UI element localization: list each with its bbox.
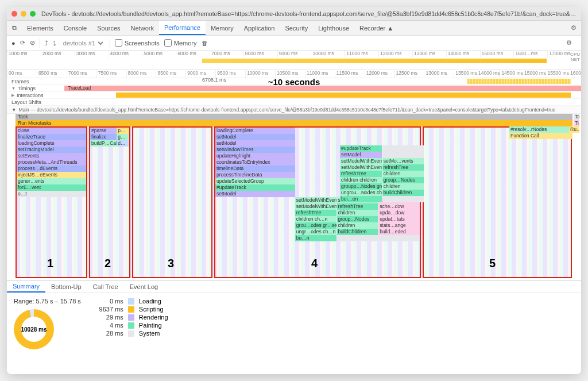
flame-frame[interactable]: group…Nodes [337,216,378,222]
flame-frame[interactable] [382,145,424,152]
flame-run-microtasks[interactable]: Run Microtasks [16,120,572,126]
details-tab-event-log[interactable]: Event Log [124,281,164,293]
tab-recorder-[interactable]: Recorder ▲ [354,21,399,35]
flame-frame[interactable]: processTimelineData [215,172,295,178]
flame-frame[interactable]: sche…dow [378,203,420,210]
flame-task[interactable]: Task [16,114,572,120]
flame-frame[interactable]: buildChildren [382,190,424,196]
flame-frame[interactable]: processMeta…AndThreads [17,159,86,166]
flame-frame[interactable]: loadingComplete [17,140,86,147]
flame-frame[interactable]: updateHighlight [215,153,295,159]
tab-elements[interactable]: Elements [22,21,59,35]
flame-frame[interactable]: group…Nodes [382,177,424,183]
flame-frame[interactable]: setEvents [17,153,86,159]
flame-frame[interactable]: children [337,210,378,216]
flame-frame[interactable]: ungrou…Nodes children [340,190,382,196]
tab-sources[interactable]: Sources [92,21,125,35]
flame-frame[interactable]: coordinatesToEntryIndex [215,159,295,166]
flame-frame[interactable]: forE…vent [17,184,86,191]
flame-frame[interactable]: bui…en [340,196,382,202]
tab-network[interactable]: Network [126,21,159,35]
flame-frame[interactable]: groupp…Nodes gro…es [340,183,382,190]
flame-frame[interactable] [382,152,424,158]
flame-frame[interactable]: refreshTree [295,210,336,216]
flame-frame[interactable] [382,196,424,202]
interactions-track[interactable]: ▶Interactions [7,92,581,99]
flame-frame[interactable]: o…t [17,191,86,197]
main-thread-header[interactable]: ▼ Main — devtools://devtools/bundled/dev… [7,106,581,114]
flame-frame[interactable]: updat…tats [378,216,420,222]
profile-select[interactable]: devtools #1 [61,39,105,47]
flame-frame[interactable]: setModel [215,140,295,147]
flame-task-right[interactable]: Task Ti…ed [574,114,579,126]
toolbar-settings-icon[interactable]: ⚙ [566,39,572,47]
settings-icon[interactable]: ⚙ [571,24,577,32]
flame-frame[interactable]: children ch…n [295,216,336,222]
memory-checkbox[interactable]: Memory [164,39,197,47]
flame-chart[interactable]: Task Run Microtasks Task Ti…ed closefina… [7,114,581,280]
flame-frame[interactable]: bu…n [295,235,336,241]
flame-frame[interactable]: setTracingModel [17,147,86,153]
flame-frame[interactable]: #parse [90,128,117,134]
flame-frame[interactable]: setModel [215,191,295,197]
flame-frame[interactable]: refreshTree [382,164,424,171]
flame-frame[interactable]: ungr…odes ch…n [295,229,336,235]
flame-frame[interactable]: updateSelectedGroup [215,178,295,184]
flame-frame[interactable]: children [337,222,378,229]
minimize-icon[interactable] [21,11,26,17]
flame-frame[interactable]: setWindowTimes [215,147,295,153]
flame-frame[interactable]: build…eded [378,229,420,235]
flame-frame[interactable]: refreshTree [337,203,378,210]
flame-frame[interactable]: setModelWithEvents [295,203,336,210]
download-icon[interactable]: ⤵ [53,40,56,47]
flame-frame[interactable]: setModelWithEvents [295,197,336,203]
tab-console[interactable]: Console [59,21,92,35]
flame-frame[interactable]: refreshTree [340,171,382,177]
flame-frame[interactable]: buildChildren [337,229,378,235]
screenshots-input[interactable] [115,39,122,47]
flame-frame[interactable]: setModel [340,152,382,158]
tab-memory[interactable]: Memory [206,21,239,35]
flame-frame[interactable]: #resolv…rNodes [509,126,572,133]
flame-frame[interactable]: setMo…vents [382,158,424,164]
tab-performance[interactable]: Performance [159,21,206,35]
flame-frame[interactable] [378,235,420,241]
flame-frame[interactable]: grou…odes gr…es [295,222,336,229]
flame-frame[interactable]: p… [117,128,129,134]
flame-frame[interactable]: injectJS…eEvents [17,172,86,178]
flame-frame[interactable]: process…dEvents [17,166,86,172]
memory-input[interactable] [164,39,172,47]
flame-frame[interactable]: gener…ents [17,178,86,184]
flame-frame[interactable]: Function Call [509,133,572,139]
screenshots-checkbox[interactable]: Screenshots [115,39,160,47]
flame-frame[interactable]: #updateTrack [340,145,382,152]
chevron-down-icon[interactable]: ▼ [11,107,16,113]
details-tab-call-tree[interactable]: Call Tree [87,281,124,293]
zoom-icon[interactable] [30,11,36,17]
tab-application[interactable]: Application [239,21,280,35]
time-ruler[interactable]: 00 ms6500 ms7000 ms7500 ms8000 ms8500 ms… [7,70,581,78]
flame-frame[interactable]: #updateTrack [215,184,295,191]
flame-frame[interactable]: loadingComplete [215,128,295,134]
flame-frame[interactable]: finalize [90,134,117,140]
chevron-down-icon[interactable]: ▼ [11,86,16,90]
details-tab-bottom-up[interactable]: Bottom-Up [45,281,87,293]
flame-frame[interactable]: Ru…ks [569,126,579,133]
flame-frame[interactable]: children [382,171,424,177]
trash-icon[interactable]: 🗑 [202,40,208,47]
tab-security[interactable]: Security [280,21,313,35]
flame-frame[interactable]: children children [340,177,382,183]
flame-frame[interactable]: setModelWithEvents [340,164,382,171]
clear-icon[interactable]: ⊘ [30,39,35,47]
chevron-right-icon[interactable]: ▶ [11,93,14,98]
flame-frame[interactable]: upda…dow [378,210,420,216]
flame-frame[interactable]: children [382,183,424,190]
flame-frame[interactable]: stats…ange [378,222,420,229]
flame-frame[interactable] [337,235,378,241]
details-tab-summary[interactable]: Summary [7,281,45,293]
flame-frame[interactable]: finalizeTrace [17,134,86,140]
flame-frame[interactable]: close [17,128,86,134]
flame-frame[interactable]: g… [117,134,129,140]
upload-icon[interactable]: ⤴ [45,40,48,47]
close-icon[interactable] [11,11,17,17]
